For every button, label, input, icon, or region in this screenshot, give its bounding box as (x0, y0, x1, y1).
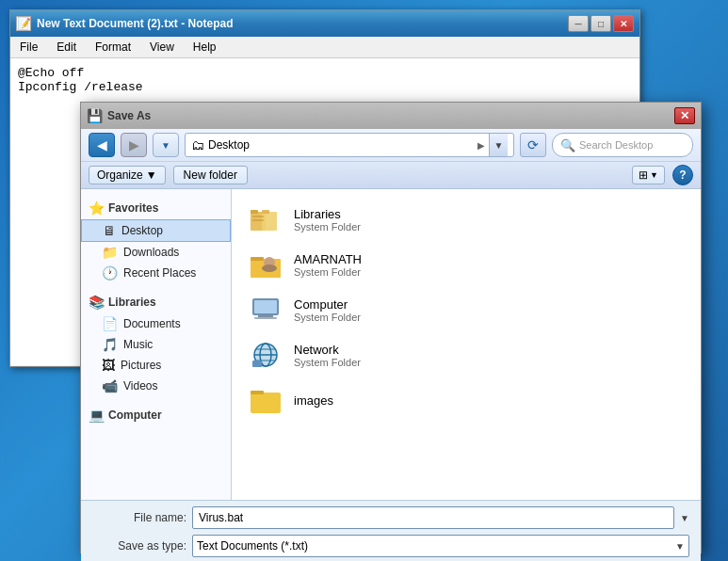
svg-rect-7 (251, 257, 264, 261)
notepad-menubar: File Edit Format View Help (10, 37, 639, 58)
notepad-line-2: Ipconfig /release (18, 80, 632, 94)
notepad-titlebar: 📝 New Text Document (2).txt - Notepad ─ … (10, 10, 639, 37)
savetype-row: Save as type: Text Documents (*.txt) ▼ (92, 535, 689, 557)
dropdown-arrow-btn[interactable]: ▼ (153, 133, 179, 157)
nav-item-desktop[interactable]: 🖥 Desktop (81, 219, 231, 242)
svg-rect-12 (258, 315, 273, 317)
nav-item-downloads[interactable]: 📁 Downloads (81, 242, 231, 263)
view-btn[interactable]: ⊞ ▼ (632, 166, 665, 184)
svg-rect-4 (252, 216, 264, 217)
search-box[interactable]: 🔍 Search Desktop (552, 133, 693, 157)
nav-item-music-label: Music (123, 338, 153, 351)
filename-dropdown-btn[interactable]: ▼ (680, 513, 689, 523)
notepad-controls: ─ □ ✕ (568, 15, 634, 32)
network-icon (247, 338, 284, 372)
view-icon: ⊞ (639, 168, 648, 182)
menu-file[interactable]: File (16, 39, 41, 56)
svg-rect-22 (251, 391, 264, 394)
menu-edit[interactable]: Edit (53, 39, 80, 56)
help-btn[interactable]: ? (672, 165, 693, 185)
filename-input[interactable] (192, 506, 674, 529)
location-text: Desktop (208, 138, 474, 152)
images-folder-icon (247, 383, 284, 417)
computer-header: 💻 Computer (81, 404, 231, 426)
saveas-titlebar: 💾 Save As ✕ (81, 103, 701, 129)
notepad-line-1: @Echo off (18, 66, 632, 80)
libraries-name: Libraries (294, 207, 361, 221)
back-btn[interactable]: ◀ (89, 133, 115, 157)
file-item-network[interactable]: Network System Folder (239, 332, 693, 377)
svg-rect-1 (251, 210, 258, 214)
view-dropdown-icon: ▼ (650, 170, 658, 180)
menu-help[interactable]: Help (189, 39, 220, 56)
notepad-close-btn[interactable]: ✕ (613, 15, 634, 32)
pictures-icon: 🖼 (102, 358, 115, 373)
desktop-icon: 🖥 (103, 223, 116, 238)
file-item-computer[interactable]: Computer System Folder (239, 287, 693, 332)
newfolder-label: New folder (184, 168, 237, 182)
amarnath-info: AMARNATH System Folder (294, 252, 362, 278)
favorites-header: ⭐ Favorites (81, 197, 231, 219)
amarnath-name: AMARNATH (294, 252, 362, 266)
menu-format[interactable]: Format (91, 39, 135, 56)
nav-item-recent-label: Recent Places (123, 266, 196, 280)
computer-info: Computer System Folder (294, 297, 361, 323)
saveas-form: File name: ▼ Save as type: Text Document… (81, 500, 701, 561)
menu-view[interactable]: View (146, 39, 178, 56)
computer-label: Computer (108, 409, 162, 422)
computer-name: Computer (294, 297, 361, 312)
music-icon: 🎵 (102, 337, 118, 352)
savetype-dropdown[interactable]: Text Documents (*.txt) ▼ (192, 535, 689, 557)
recent-locations-btn[interactable]: ⟳ (520, 133, 546, 157)
videos-icon: 📹 (102, 378, 118, 393)
nav-item-recent[interactable]: 🕐 Recent Places (81, 263, 231, 283)
network-type: System Folder (294, 357, 361, 368)
filename-row: File name: ▼ (92, 506, 689, 529)
location-bar: 🗂 Desktop ▶ ▼ (185, 133, 514, 157)
computer-folder-icon (247, 293, 284, 327)
location-folder-icon: 🗂 (191, 137, 204, 152)
libraries-folder-icon (247, 202, 284, 236)
nav-item-desktop-label: Desktop (121, 224, 163, 237)
images-info: images (294, 393, 333, 408)
libraries-label: Libraries (108, 296, 156, 309)
libraries-icon: 📚 (89, 295, 105, 310)
notepad-minimize-btn[interactable]: ─ (568, 15, 589, 32)
nav-item-pictures-label: Pictures (121, 359, 161, 372)
file-item-libraries[interactable]: Libraries System Folder (239, 197, 693, 242)
favorites-star-icon: ⭐ (89, 200, 105, 216)
nav-item-videos[interactable]: 📹 Videos (81, 376, 231, 396)
saveas-close-btn[interactable]: ✕ (674, 107, 695, 124)
nav-item-pictures[interactable]: 🖼 Pictures (81, 355, 231, 376)
nav-item-downloads-label: Downloads (123, 246, 179, 259)
saveas-toolbar: ◀ ▶ ▼ 🗂 Desktop ▶ ▼ ⟳ 🔍 Search Desktop (81, 129, 701, 162)
computer-type: System Folder (294, 312, 361, 323)
svg-rect-3 (262, 210, 269, 214)
notepad-maximize-btn[interactable]: □ (590, 15, 611, 32)
saveas-icon: 💾 (87, 108, 102, 123)
saveas-title: Save As (107, 109, 669, 122)
forward-btn[interactable]: ▶ (121, 133, 147, 157)
downloads-icon: 📁 (102, 245, 118, 260)
recent-icon: 🕐 (102, 265, 118, 280)
savetype-value: Text Documents (*.txt) (197, 539, 308, 553)
saveas-actionbar: Organize ▼ New folder ⊞ ▼ ? (81, 162, 701, 189)
location-dropdown-btn[interactable]: ▼ (489, 134, 508, 156)
nav-item-documents[interactable]: 📄 Documents (81, 313, 231, 334)
left-panel: ⭐ Favorites 🖥 Desktop 📁 Downloads 🕐 Rece… (81, 189, 232, 500)
location-nav-arrow: ▶ (477, 140, 485, 151)
filename-label: File name: (92, 511, 186, 524)
network-name: Network (294, 343, 361, 357)
organize-btn[interactable]: Organize ▼ (89, 166, 166, 184)
svg-rect-2 (262, 212, 277, 231)
libraries-info: Libraries System Folder (294, 207, 361, 232)
nav-item-documents-label: Documents (123, 317, 181, 330)
amarnath-icon (247, 248, 284, 281)
newfolder-btn[interactable]: New folder (173, 166, 248, 184)
nav-item-music[interactable]: 🎵 Music (81, 334, 231, 355)
svg-point-9 (262, 264, 277, 272)
file-item-images[interactable]: images (239, 377, 693, 423)
file-item-amarnath[interactable]: AMARNATH System Folder (239, 242, 693, 287)
search-icon: 🔍 (560, 138, 575, 152)
savetype-label: Save as type: (92, 539, 186, 553)
